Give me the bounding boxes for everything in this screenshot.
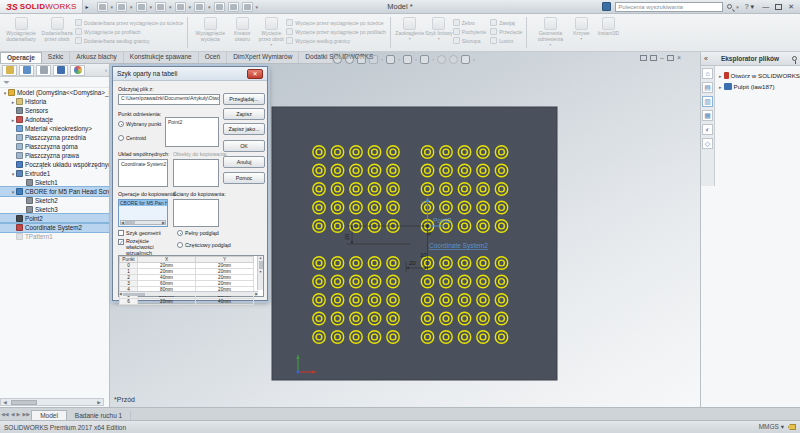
tree-item-annotations[interactable]: ▸Adnotacje: [0, 115, 109, 124]
selected-point-radio[interactable]: Wybrany punkt: [118, 121, 161, 127]
mirror-button[interactable]: Lustro: [490, 37, 522, 44]
solidworks-resources-icon[interactable]: ⌂: [702, 68, 713, 79]
faces-to-copy-list[interactable]: [173, 199, 219, 227]
desktop-item[interactable]: ▸Pulpit (law187): [701, 81, 800, 92]
features-to-copy-list[interactable]: CBORE for M5 Pan H ◀▶: [118, 199, 168, 227]
tab-scroll-last-icon[interactable]: ▶▶: [21, 408, 31, 420]
appearances-icon[interactable]: ◐: [702, 124, 713, 135]
coordinate-system-list[interactable]: Coordinate System2: [118, 159, 168, 187]
open-button[interactable]: [116, 2, 127, 12]
tree-item-top-plane[interactable]: Płaszczyzna górna: [0, 142, 109, 151]
tree-item-right-plane[interactable]: Płaszczyzna prawa: [0, 151, 109, 160]
tabs-overflow-icon[interactable]: ›: [105, 67, 107, 73]
collapse-pane-icon[interactable]: «: [704, 55, 708, 62]
ok-button[interactable]: OK: [223, 140, 265, 152]
dim-8[interactable]: 8: [426, 232, 432, 235]
tree-item-sketch1[interactable]: Sketch1: [0, 178, 109, 187]
doc-cascade-icon[interactable]: [640, 55, 647, 61]
full-preview-radio[interactable]: Pełny podgląd: [177, 230, 219, 236]
dim-10[interactable]: 10: [420, 252, 427, 258]
filter-icon[interactable]: [3, 81, 10, 84]
linear-pattern-button[interactable]: Szyk liniowy▾: [425, 16, 453, 41]
pattern-points-table[interactable]: Punkt X Y 0 20mm 20mm 1 20mm: [118, 255, 264, 297]
previous-view-icon[interactable]: [357, 55, 366, 64]
extruded-boss-button[interactable]: Wyciągnięcie dodania/bazy: [3, 16, 39, 43]
wrap-button[interactable]: Zawijaj: [490, 19, 522, 26]
save-button[interactable]: [136, 2, 147, 12]
unit-system-selector[interactable]: MMGS ▾: [759, 423, 784, 431]
scroll-right-icon[interactable]: ▶: [95, 400, 103, 405]
apply-scene-icon[interactable]: [449, 55, 458, 64]
swept-cut-button[interactable]: Wycięcie przez wyciągnięcie po ścieżce: [286, 19, 386, 26]
curves-button[interactable]: Krzywe▾: [569, 16, 593, 41]
search-scope-icon[interactable]: [602, 2, 611, 11]
dialog-close-button[interactable]: ✕: [247, 69, 263, 79]
partial-preview-radio[interactable]: Częściowy podgląd: [177, 242, 231, 248]
design-library-icon[interactable]: ▤: [702, 82, 713, 93]
propagate-visual-checkbox[interactable]: ✓Rozejście właściwości wizualnych: [118, 239, 174, 256]
reference-point-list[interactable]: Point2: [165, 117, 219, 147]
tree-item-coordinate-system2[interactable]: Coordinate System2: [0, 223, 109, 232]
pin-icon[interactable]: [792, 56, 797, 61]
tag-icon[interactable]: [788, 424, 796, 430]
tree-horizontal-scrollbar[interactable]: ◀ ▶: [0, 398, 104, 406]
tab-arkusz-blachy[interactable]: Arkusz blachy: [70, 52, 123, 63]
boundary-boss-button[interactable]: Dodanie/baza według granicy: [75, 37, 183, 44]
file-explorer-icon[interactable]: ▥: [702, 96, 713, 107]
dim-20-vertical[interactable]: 20: [344, 233, 350, 240]
dialog-title-bar[interactable]: Szyk oparty na tabeli ✕: [113, 67, 267, 81]
point2-label[interactable]: Point2: [433, 217, 452, 224]
tab-ocen[interactable]: Oceń: [199, 52, 228, 63]
revolved-boss-button[interactable]: Dodanie/baza przez obrót: [39, 16, 75, 43]
save-as-button[interactable]: Zapisz jako...: [223, 123, 265, 135]
scroll-left-icon[interactable]: ◀: [1, 400, 9, 405]
minimize-button[interactable]: —: [760, 3, 771, 10]
tab-szkic[interactable]: Szkic: [42, 52, 71, 63]
tree-item-extrude1[interactable]: ▾Extrude1: [0, 169, 109, 178]
centroid-radio[interactable]: Centroid: [118, 135, 146, 141]
hide-show-items-icon[interactable]: [420, 55, 429, 64]
zoom-to-fit-icon[interactable]: [333, 55, 342, 64]
dimxpertmanager-tab[interactable]: [53, 65, 68, 76]
save-button-dialog[interactable]: Zapisz: [223, 108, 265, 120]
swept-boss-button[interactable]: Dodanie/baza przez wyciągnięcie po ścież…: [75, 19, 183, 26]
bodies-to-copy-list[interactable]: [173, 159, 219, 187]
qat-expander-icon[interactable]: ▸: [85, 3, 88, 10]
help-button[interactable]: Pomoc: [223, 172, 265, 184]
doc-minimize-button[interactable]: –: [660, 54, 664, 61]
features-list-scrollbar[interactable]: ◀▶: [120, 220, 166, 225]
table-horizontal-scrollbar[interactable]: ◀▶: [119, 291, 258, 296]
tab-operacje[interactable]: Operacje: [0, 52, 42, 63]
lofted-boss-button[interactable]: Wyciągnięcie po profilach: [75, 28, 183, 35]
draft-button[interactable]: Pochylenie: [453, 28, 486, 35]
lofted-cut-button[interactable]: Wycięcie przez wyciągnięcie po profilach: [286, 28, 386, 35]
new-document-button[interactable]: [97, 2, 108, 12]
doc-tile-icon[interactable]: [650, 55, 657, 61]
boundary-cut-button[interactable]: Wycięcie według granicy: [286, 37, 386, 44]
dim-20-horizontal[interactable]: 20: [409, 260, 416, 266]
search-input[interactable]: Polecenia wyszukiwania: [615, 2, 723, 12]
custom-properties-icon[interactable]: ◇: [702, 138, 713, 149]
displaymanager-tab[interactable]: [70, 65, 85, 76]
hole-wizard-button[interactable]: Kreator otworu: [228, 16, 256, 43]
search-icon[interactable]: [727, 4, 732, 9]
tree-item-sketch2[interactable]: Sketch2: [0, 196, 109, 205]
tree-item-history[interactable]: ▸Historia: [0, 97, 109, 106]
tab-scroll-first-icon[interactable]: ◀◀: [0, 408, 10, 420]
tree-item-front-plane[interactable]: Płaszczyzna przednia: [0, 133, 109, 142]
tree-item-root[interactable]: ▾Model (Domyślna<<Domyślna>_Stan w: [0, 88, 109, 97]
doc-close-button[interactable]: ×: [677, 54, 681, 61]
configurationmanager-tab[interactable]: [36, 65, 51, 76]
rebuild-button[interactable]: [214, 2, 225, 12]
coordinate-system-label[interactable]: Coordinate System2: [429, 242, 488, 250]
display-style-icon[interactable]: [403, 55, 412, 64]
scroll-thumb[interactable]: [11, 400, 37, 405]
zoom-to-area-icon[interactable]: [345, 55, 354, 64]
browse-button[interactable]: Przeglądaj...: [223, 93, 265, 105]
extruded-cut-button[interactable]: Wyciągnięcie wycięcia: [192, 16, 228, 43]
propertymanager-tab[interactable]: [19, 65, 34, 76]
featuremanager-tab[interactable]: [2, 65, 17, 76]
tab-dimxpert[interactable]: DimXpert Wymiarów: [227, 52, 299, 63]
reference-geometry-button[interactable]: Geometria odniesienia▾: [531, 16, 569, 47]
options-button[interactable]: [242, 2, 253, 12]
